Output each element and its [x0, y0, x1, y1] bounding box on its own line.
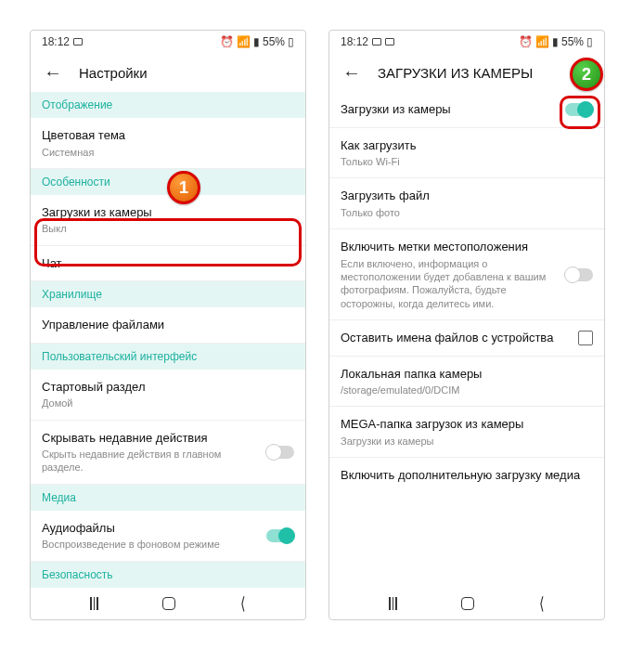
phone-right: 18:12 ⏰ 📶 ▮ 55% ▯ ← ЗАГРУЗКИ ИЗ КАМЕРЫ З… [328, 30, 605, 620]
screenshot-icon [372, 38, 381, 46]
android-nav-bar: ⟨ [329, 588, 604, 619]
row-sub: Скрыть недавние действия в главном разде… [42, 448, 257, 474]
row-audio[interactable]: Аудиофайлы Воспроизведение в фоновом реж… [31, 511, 305, 562]
toggle-hide-recent[interactable] [266, 446, 294, 459]
row-title: Скрывать недавние действия [42, 430, 257, 447]
battery-text: 55% [263, 35, 285, 48]
app-bar: ← ЗАГРУЗКИ ИЗ КАМЕРЫ [329, 53, 604, 92]
row-camera-uploads-toggle[interactable]: Загрузки из камеры [329, 92, 604, 128]
row-keep-names[interactable]: Оставить имена файлов с устройства [329, 320, 604, 357]
status-time: 18:12 [341, 35, 368, 48]
row-start-section[interactable]: Стартовый раздел Домой [31, 370, 305, 421]
row-title: Цветовая тема [42, 127, 294, 144]
signal-icon: ▮ [253, 35, 260, 48]
row-upload-file[interactable]: Загрузить файл Только фото [329, 178, 604, 229]
row-sub: Загрузки из камеры [341, 435, 593, 448]
wifi-icon: 📶 [237, 35, 251, 48]
row-sub: Воспроизведение в фоновом режиме [42, 538, 257, 551]
status-bar: 18:12 ⏰ 📶 ▮ 55% ▯ [329, 31, 604, 53]
section-display: Отображение [31, 92, 305, 118]
row-local-folder[interactable]: Локальная папка камеры /storage/emulated… [329, 357, 604, 408]
battery-text: 55% [561, 35, 584, 48]
toggle-audio[interactable] [266, 529, 294, 542]
settings-list[interactable]: Отображение Цветовая тема Системная Особ… [31, 92, 305, 588]
phone-left: 18:12 ⏰ 📶 ▮ 55% ▯ ← Настройки Отображени… [30, 30, 306, 620]
back-icon[interactable]: ← [342, 63, 361, 82]
badge-number: 1 [179, 178, 188, 198]
row-title: Включить дополнительную загрузку медиа [341, 467, 593, 484]
signal-icon: ▮ [552, 35, 559, 48]
row-title: Загрузить файл [341, 188, 593, 204]
toggle-camera-uploads[interactable] [565, 103, 593, 116]
row-sub: Если включено, информация о местоположен… [341, 257, 556, 310]
app-bar: ← Настройки [31, 53, 305, 92]
section-storage: Хранилище [31, 281, 305, 307]
row-sub: Системная [42, 146, 294, 159]
row-chat[interactable]: Чат [31, 246, 305, 282]
row-mega-folder[interactable]: MEGA-папка загрузок из камеры Загрузки и… [329, 407, 604, 458]
status-time: 18:12 [42, 35, 70, 48]
nav-recent-icon[interactable] [90, 597, 98, 610]
row-sub: Только фото [341, 206, 593, 219]
android-nav-bar: ⟨ [31, 588, 305, 619]
page-title: Настройки [79, 65, 148, 81]
checkbox-keep-names[interactable] [578, 331, 593, 345]
row-title: Стартовый раздел [42, 379, 294, 396]
row-sub: Выкл [42, 222, 294, 235]
screenshot-icon-2 [385, 38, 394, 46]
camera-uploads-list[interactable]: Загрузки из камеры Как загрузить Только … [329, 92, 604, 588]
screenshot-icon [73, 38, 83, 46]
row-how-upload[interactable]: Как загрузить Только Wi-Fi [329, 128, 604, 179]
row-sub: /storage/emulated/0/DCIM [341, 384, 593, 396]
row-camera-uploads[interactable]: Загрузки из камеры Выкл [31, 195, 305, 246]
nav-back-icon[interactable]: ⟨ [538, 593, 544, 614]
row-sub: Домой [42, 396, 294, 410]
row-extra-upload[interactable]: Включить дополнительную загрузку медиа [329, 458, 604, 493]
row-title: Управление файлами [42, 317, 294, 333]
row-title: Загрузки из камеры [42, 204, 294, 221]
nav-back-icon[interactable]: ⟨ [239, 593, 245, 614]
step-badge-1: 1 [167, 171, 200, 204]
section-security: Безопасность [31, 562, 305, 588]
nav-home-icon[interactable] [162, 597, 175, 610]
row-title: Как загрузить [341, 137, 593, 154]
status-bar: 18:12 ⏰ 📶 ▮ 55% ▯ [31, 31, 305, 53]
toggle-geo-tags[interactable] [565, 268, 593, 281]
row-file-management[interactable]: Управление файлами [31, 307, 305, 344]
section-ui: Пользовательский интерфейс [31, 344, 305, 370]
wifi-icon: 📶 [535, 35, 549, 48]
section-media: Медиа [31, 485, 305, 511]
row-hide-recent[interactable]: Скрывать недавние действия Скрыть недавн… [31, 421, 305, 485]
alarm-icon: ⏰ [519, 35, 533, 48]
battery-icon: ▯ [586, 35, 593, 48]
row-title: Локальная папка камеры [341, 366, 593, 383]
row-title: Аудиофайлы [42, 520, 257, 537]
row-geo-tags[interactable]: Включить метки местоположения Если включ… [329, 229, 604, 320]
row-title: Включить метки местоположения [341, 239, 556, 255]
row-title: Оставить имена файлов с устройства [341, 330, 569, 346]
row-title: MEGA-папка загрузок из камеры [341, 416, 593, 433]
alarm-icon: ⏰ [220, 35, 234, 48]
nav-home-icon[interactable] [461, 597, 474, 610]
step-badge-2: 2 [570, 58, 603, 91]
row-color-theme[interactable]: Цветовая тема Системная [31, 118, 305, 169]
row-title: Загрузки из камеры [341, 101, 556, 118]
nav-recent-icon[interactable] [389, 597, 397, 610]
page-title: ЗАГРУЗКИ ИЗ КАМЕРЫ [378, 65, 533, 81]
row-title: Чат [42, 255, 294, 272]
badge-number: 2 [582, 65, 591, 84]
battery-icon: ▯ [288, 35, 294, 48]
row-sub: Только Wi-Fi [341, 155, 593, 168]
back-icon[interactable]: ← [44, 63, 62, 82]
